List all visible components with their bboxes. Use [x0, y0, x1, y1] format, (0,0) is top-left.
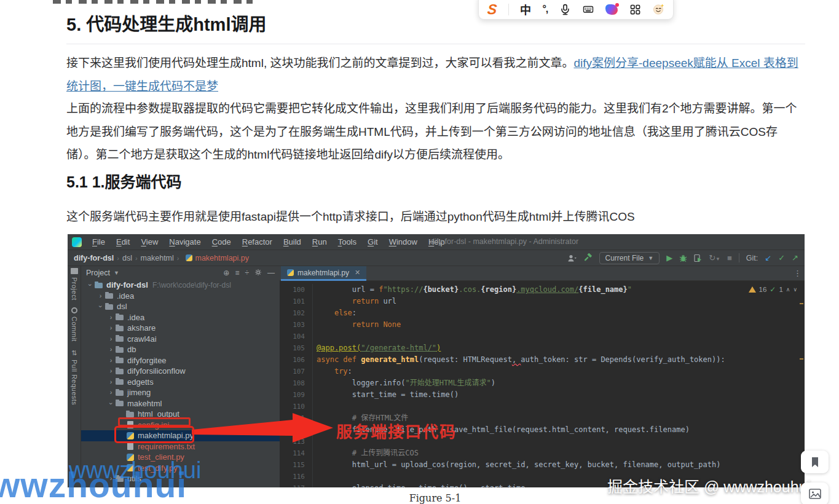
code-line-101: 101 return url	[280, 296, 805, 307]
tree-item-difyforsiliconflow: ›difyforsiliconflow	[81, 366, 280, 377]
folder-icon	[116, 356, 125, 364]
chevron-icon: ›	[107, 335, 115, 343]
image-icon	[809, 489, 821, 499]
folder-icon	[116, 346, 125, 353]
folder-icon	[116, 389, 125, 396]
python-file-icon	[287, 269, 294, 276]
tool-window-project: Project	[71, 268, 78, 301]
project-panel-header: Project ▼ ⊕ ≡ ÷ —	[81, 266, 280, 280]
project-tree: ›dify-for-dslF:\work\code\dify-for-dsl›.…	[81, 280, 280, 484]
folder-icon	[116, 400, 125, 407]
user-icon	[567, 254, 577, 262]
menu-build: Build	[278, 237, 307, 246]
toolbar-divider	[739, 253, 739, 262]
expand-all-icon: ≡	[235, 269, 239, 277]
tree-item-difyforgitee: ›difyforgitee	[81, 355, 280, 366]
gear-icon	[254, 269, 262, 277]
git-label: Git:	[746, 254, 758, 262]
folder-icon	[116, 335, 125, 342]
annotation-box-config	[118, 417, 191, 427]
ide-menu-items: FileEditViewNavigateCodeRefactorBuildRun…	[87, 237, 451, 246]
code-line-115: 115 html_url = upload_cos(region, secret…	[280, 459, 805, 471]
menu-navigate: Navigate	[163, 237, 206, 246]
folder-icon	[116, 313, 125, 321]
breadcrumb-separator: ›	[177, 254, 179, 262]
menu-edit: Edit	[111, 237, 135, 246]
annotation-box-makehtmlapi	[114, 426, 194, 443]
menu-refactor: Refactor	[237, 237, 278, 246]
menu-code: Code	[207, 237, 237, 246]
code-line-100: 100 url = f"https://{bucket}.cos.{region…	[280, 284, 805, 296]
folder-icon	[105, 303, 114, 310]
menu-file: File	[87, 237, 111, 246]
toolbox-grid-icon[interactable]	[629, 4, 641, 15]
tree-item-db: ›db	[81, 344, 280, 355]
chevron-icon: ›	[107, 356, 115, 364]
tree-item-crawl4ai: ›crawl4ai	[81, 334, 280, 345]
view-image-button[interactable]	[801, 482, 829, 504]
folder-icon	[116, 325, 125, 332]
code-line-107: 107 try:	[280, 366, 805, 377]
tree-item-jimeng: ›jimeng	[81, 387, 280, 398]
emoji-icon[interactable]	[652, 3, 665, 15]
bookmark-button[interactable]	[801, 451, 829, 473]
punctuation-mode-icon[interactable]: °,	[542, 4, 548, 15]
prev-issue-icon: ∧	[786, 286, 790, 293]
tool-window-icon	[71, 268, 78, 274]
next-issue-icon: ∨	[793, 286, 797, 293]
code-line-108: 108 logger.info("开始处理HTML生成请求")	[280, 377, 805, 389]
chevron-icon: ›	[107, 388, 115, 396]
git-push-icon: ↗	[792, 254, 798, 262]
chevron-icon: ›	[107, 400, 115, 408]
paragraph-3: 这个服务端代码主要作用就是使用fastapi提供一个http请求接口，后端通过p…	[66, 205, 806, 229]
code-line-102: 102 else:	[280, 307, 805, 319]
chinese-mode-icon[interactable]: 中	[520, 1, 531, 17]
folder-icon	[116, 378, 125, 385]
chevron-icon: ›	[97, 302, 104, 310]
scrollbar-mark	[800, 358, 803, 360]
toolbar-divider	[508, 4, 509, 15]
pycharm-logo-icon	[72, 237, 82, 247]
code-editor: 100 url = f"https://{bucket}.cos.{region…	[280, 281, 805, 487]
tree-item-dify-for-dsl: ›dify-for-dslF:\work\code\dify-for-dsl	[81, 280, 280, 291]
code-line-104: 104	[280, 331, 805, 342]
chevron-icon: ›	[107, 345, 115, 353]
ide-screenshot-figure[interactable]: FileEditViewNavigateCodeRefactorBuildRun…	[68, 234, 805, 487]
sogou-logo-icon[interactable]: S	[487, 2, 498, 17]
folder-icon	[105, 292, 114, 299]
paragraph-2: 上面的流程中参数提取器提取的代码它需要把它转化成文件输出，这里我们利用了后端服务…	[66, 97, 806, 167]
run-icon: ▶	[666, 254, 672, 262]
editor-area: makehtmlapi.py ✕ ⋮ 16 ✓ 1 ∧ ∨ 100 url = …	[280, 266, 805, 487]
menu-run: Run	[307, 237, 333, 246]
microphone-icon[interactable]	[559, 4, 571, 15]
paragraph-1-text: 接下来这里我们使用代码处理生成html, 这块功能我们之前的文章提到过，大家可以…	[66, 57, 573, 69]
code-line-109: 109 start_time = time.time()	[280, 389, 805, 401]
menu-window: Window	[384, 237, 423, 246]
code-line-114: 114 # 上传到腾讯云COS	[280, 447, 805, 459]
chevron-icon: ›	[107, 367, 115, 375]
virtual-keyboard-icon[interactable]	[582, 4, 594, 15]
chevron-icon: ›	[107, 313, 115, 321]
folder-icon	[95, 282, 104, 289]
skin-center-icon[interactable]	[605, 4, 618, 15]
tool-window-icon	[71, 307, 77, 313]
collapse-all-icon: ÷	[245, 269, 249, 277]
section-heading: 5. 代码处理生成html调用	[66, 10, 805, 44]
bookmark-icon	[810, 457, 820, 468]
folder-icon	[116, 368, 125, 375]
tool-window-pull-requests: ⇅Pull Requests	[71, 350, 78, 405]
watermark-community: 掘金技术社区 @ wwwzhouhui	[607, 474, 811, 497]
close-icon: ✕	[355, 269, 360, 277]
code-line-103: 103 return None	[280, 319, 805, 331]
watermark-blue-small: wwwzhouhui	[69, 457, 201, 484]
build-hammer-icon	[583, 253, 593, 262]
code-line-110: 110	[280, 401, 805, 412]
chevron-down-icon: ▼	[114, 270, 119, 276]
editor-tab: makehtmlapi.py ✕	[281, 266, 366, 281]
annotation-label: 服务端接口代码	[336, 419, 457, 442]
folder-icon	[126, 411, 135, 418]
tool-window-icon: ⇅	[71, 350, 77, 356]
chevron-icon: ›	[97, 292, 104, 300]
warning-icon	[749, 286, 756, 293]
ide-window-title: dify-for-dsl - makehtmlapi.py - Administ…	[430, 237, 578, 246]
